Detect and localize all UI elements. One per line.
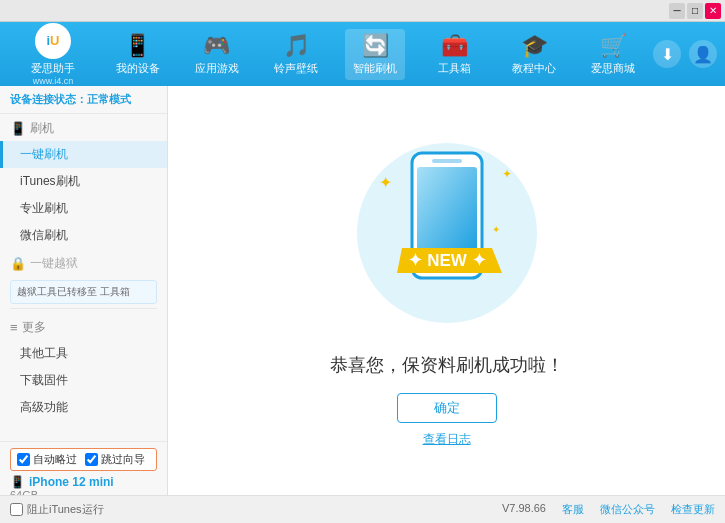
nav-apps-games[interactable]: 🎮 应用游戏 bbox=[187, 29, 247, 80]
block-itunes-checkbox[interactable] bbox=[10, 503, 23, 516]
apps-games-icon: 🎮 bbox=[203, 33, 230, 59]
nav-toolbox-label: 工具箱 bbox=[438, 61, 471, 76]
jailbreak-section-header: 🔒 一键越狱 bbox=[0, 249, 167, 276]
skip-wizard-label: 跳过向导 bbox=[101, 452, 145, 467]
device-storage: 64GB bbox=[10, 489, 157, 495]
svg-rect-2 bbox=[417, 167, 477, 252]
my-device-icon: 📱 bbox=[124, 33, 151, 59]
auto-skip-label: 自动略过 bbox=[33, 452, 77, 467]
close-btn[interactable]: ✕ bbox=[705, 3, 721, 19]
title-bar: ─ □ ✕ bbox=[0, 0, 725, 22]
sidebar-item-one-click-flash[interactable]: 一键刷机 bbox=[0, 141, 167, 168]
nav-my-device[interactable]: 📱 我的设备 bbox=[108, 29, 168, 80]
nav-store[interactable]: 🛒 爱思商城 bbox=[583, 29, 643, 80]
nav-smart-flash[interactable]: 🔄 智能刷机 bbox=[345, 29, 405, 80]
logo-area: iU 爱思助手 www.i4.cn bbox=[8, 23, 98, 86]
sidebar-item-other-tools[interactable]: 其他工具 bbox=[0, 340, 167, 367]
header: iU 爱思助手 www.i4.cn 📱 我的设备 🎮 应用游戏 🎵 铃声壁纸 🔄… bbox=[0, 22, 725, 86]
content-area: ✦ ✦ ✦ ✦ NEW ✦ 恭喜您，保资料刷机成功啦！ 确定 查看日志 bbox=[168, 86, 725, 495]
status-bar-right: V7.98.66 客服 微信公众号 检查更新 bbox=[502, 502, 715, 517]
nav-right: ⬇ 👤 bbox=[653, 40, 717, 68]
svg-rect-4 bbox=[432, 159, 462, 163]
connection-status: 设备连接状态：正常模式 bbox=[0, 86, 167, 114]
download-btn[interactable]: ⬇ bbox=[653, 40, 681, 68]
version-label: V7.98.66 bbox=[502, 502, 546, 517]
flash-section-header: 📱 刷机 bbox=[0, 114, 167, 141]
toolbox-icon: 🧰 bbox=[441, 33, 468, 59]
svg-text:✦: ✦ bbox=[492, 224, 500, 235]
store-icon: 🛒 bbox=[600, 33, 627, 59]
minimize-btn[interactable]: ─ bbox=[669, 3, 685, 19]
auto-skip-input[interactable] bbox=[17, 453, 30, 466]
divider-1 bbox=[10, 308, 157, 309]
nav-ringtones-label: 铃声壁纸 bbox=[274, 61, 318, 76]
device-section: 自动略过 跳过向导 📱 iPhone 12 mini 64GB Down-12m… bbox=[0, 441, 167, 495]
flash-section-icon: 📱 bbox=[10, 121, 26, 136]
nav-smart-flash-label: 智能刷机 bbox=[353, 61, 397, 76]
more-section-header: ≡ 更多 bbox=[0, 313, 167, 340]
smart-flash-icon: 🔄 bbox=[362, 33, 389, 59]
check-update-link[interactable]: 检查更新 bbox=[671, 502, 715, 517]
logo-name: 爱思助手 bbox=[31, 61, 75, 76]
phone-illustration: ✦ ✦ ✦ ✦ NEW ✦ bbox=[347, 133, 547, 333]
nav-toolbox[interactable]: 🧰 工具箱 bbox=[425, 29, 485, 80]
device-info: 📱 iPhone 12 mini 64GB Down-12mini-13,1 bbox=[10, 471, 157, 495]
logo-url: www.i4.cn bbox=[33, 76, 74, 86]
more-icon: ≡ bbox=[10, 320, 18, 335]
more-section-label: 更多 bbox=[22, 319, 46, 336]
svg-text:✦: ✦ bbox=[379, 174, 392, 191]
nav-store-label: 爱思商城 bbox=[591, 61, 635, 76]
nav-apps-games-label: 应用游戏 bbox=[195, 61, 239, 76]
main-area: 设备连接状态：正常模式 📱 刷机 一键刷机 iTunes刷机 专业刷机 微信刷机… bbox=[0, 86, 725, 495]
block-itunes-label: 阻止iTunes运行 bbox=[27, 502, 104, 517]
skip-wizard-checkbox[interactable]: 跳过向导 bbox=[85, 452, 145, 467]
lock-icon: 🔒 bbox=[10, 256, 26, 271]
view-log-link[interactable]: 查看日志 bbox=[423, 431, 471, 448]
sidebar: 设备连接状态：正常模式 📱 刷机 一键刷机 iTunes刷机 专业刷机 微信刷机… bbox=[0, 86, 168, 495]
sidebar-item-itunes-flash[interactable]: iTunes刷机 bbox=[0, 168, 167, 195]
nav-ringtones[interactable]: 🎵 铃声壁纸 bbox=[266, 29, 326, 80]
sidebar-item-advanced[interactable]: 高级功能 bbox=[0, 394, 167, 421]
auto-skip-checkbox[interactable]: 自动略过 bbox=[17, 452, 77, 467]
maximize-btn[interactable]: □ bbox=[687, 3, 703, 19]
nav-items: 📱 我的设备 🎮 应用游戏 🎵 铃声壁纸 🔄 智能刷机 🧰 工具箱 🎓 教程中心… bbox=[98, 29, 653, 80]
device-phone-icon: 📱 bbox=[10, 475, 25, 489]
sidebar-item-wechat-flash[interactable]: 微信刷机 bbox=[0, 222, 167, 249]
success-message: 恭喜您，保资料刷机成功啦！ bbox=[330, 353, 564, 377]
jailbreak-label: 一键越狱 bbox=[30, 255, 78, 272]
checkbox-row: 自动略过 跳过向导 bbox=[10, 448, 157, 471]
logo-icon: iU bbox=[35, 23, 71, 59]
sidebar-item-pro-flash[interactable]: 专业刷机 bbox=[0, 195, 167, 222]
status-value: 正常模式 bbox=[87, 93, 131, 105]
bg-circle: ✦ ✦ ✦ ✦ NEW ✦ bbox=[347, 133, 547, 333]
svg-text:✦: ✦ bbox=[502, 167, 512, 181]
nav-tutorials-label: 教程中心 bbox=[512, 61, 556, 76]
flash-section-label: 刷机 bbox=[30, 120, 54, 137]
support-link[interactable]: 客服 bbox=[562, 502, 584, 517]
wechat-link[interactable]: 微信公众号 bbox=[600, 502, 655, 517]
tutorials-icon: 🎓 bbox=[521, 33, 548, 59]
jailbreak-note: 越狱工具已转移至 工具箱 bbox=[10, 280, 157, 304]
device-name: iPhone 12 mini bbox=[29, 475, 114, 489]
status-bar-left: 阻止iTunes运行 bbox=[10, 502, 104, 517]
svg-text:✦ NEW ✦: ✦ NEW ✦ bbox=[408, 251, 485, 270]
status-bar: 阻止iTunes运行 V7.98.66 客服 微信公众号 检查更新 bbox=[0, 495, 725, 523]
confirm-button[interactable]: 确定 bbox=[397, 393, 497, 423]
sidebar-item-download-firmware[interactable]: 下载固件 bbox=[0, 367, 167, 394]
nav-my-device-label: 我的设备 bbox=[116, 61, 160, 76]
skip-wizard-input[interactable] bbox=[85, 453, 98, 466]
ringtones-icon: 🎵 bbox=[283, 33, 310, 59]
status-label: 设备连接状态： bbox=[10, 93, 87, 105]
nav-tutorials[interactable]: 🎓 教程中心 bbox=[504, 29, 564, 80]
user-btn[interactable]: 👤 bbox=[689, 40, 717, 68]
